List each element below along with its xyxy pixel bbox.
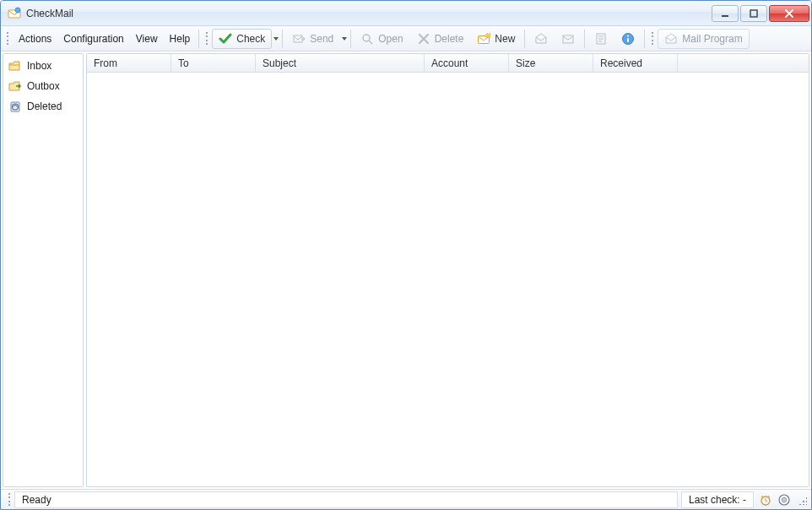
menubar: Actions Configuration View Help Check Se… [1,26,811,52]
separator [282,30,283,48]
mark-read-button[interactable] [528,29,555,49]
svg-point-11 [627,35,629,36]
send-icon [292,32,306,46]
send-label: Send [310,33,333,45]
mark-unread-button[interactable] [555,29,582,49]
delete-button[interactable]: Delete [410,29,471,49]
send-dropdown[interactable] [340,35,348,42]
col-account[interactable]: Account [425,54,509,72]
folder-label: Inbox [27,60,51,72]
app-title: CheckMail [26,8,73,19]
svg-rect-3 [750,10,757,17]
svg-rect-10 [627,38,629,42]
maximize-button[interactable] [740,5,767,22]
app-window: CheckMail Actions Configuration View Hel… [0,0,812,510]
statusbar: Ready Last check: - [1,489,811,509]
new-mail-icon [477,32,490,46]
separator [644,30,645,48]
outbox-icon [8,79,22,93]
message-list-body[interactable] [87,73,809,486]
check-dropdown[interactable] [272,35,279,42]
menu-view[interactable]: View [130,30,164,48]
status-icons [759,493,791,507]
folder-inbox[interactable]: Inbox [5,57,81,74]
new-button[interactable]: New [470,29,522,49]
sound-icon[interactable] [777,493,791,507]
menu-actions[interactable]: Actions [13,30,57,48]
folder-outbox[interactable]: Outbox [5,78,81,95]
resize-handle[interactable] [796,494,808,506]
col-received[interactable]: Received [593,54,678,72]
folder-label: Deleted [27,100,62,112]
svg-rect-4 [294,35,302,42]
window-controls [712,5,809,22]
new-label: New [495,33,515,45]
envelope-icon [561,32,575,46]
deleted-icon [8,100,22,113]
separator [584,30,585,48]
menu-help[interactable]: Help [164,30,197,48]
titlebar: CheckMail [1,1,811,26]
delete-icon [417,32,430,46]
check-label: Check [236,33,265,45]
col-size[interactable]: Size [509,54,593,72]
delete-label: Delete [435,33,464,45]
message-list: From To Subject Account Size Received [86,53,809,487]
app-icon [8,7,21,20]
folder-label: Outbox [27,80,60,92]
separator [350,30,351,48]
open-label: Open [378,33,403,45]
inbox-icon [8,59,22,73]
mail-program-label: Mail Program [682,33,742,45]
clock-icon[interactable] [759,493,772,507]
check-button[interactable]: Check [212,29,272,49]
menu-configuration[interactable]: Configuration [57,30,129,48]
info-button[interactable] [614,29,641,49]
info-icon [621,32,635,46]
svg-point-17 [783,499,785,501]
svg-point-1 [15,8,20,13]
separator [524,30,525,48]
statusbar-grip[interactable] [7,491,12,509]
mail-program-button[interactable]: Mail Program [658,29,749,49]
status-text: Ready [14,491,678,508]
toolbar-grip[interactable] [650,30,655,48]
log-icon [594,32,608,46]
separator [198,30,199,48]
envelope-open-icon [534,32,548,46]
col-subject[interactable]: Subject [256,54,425,72]
col-to[interactable]: To [171,54,256,72]
folder-deleted[interactable]: Deleted [5,98,81,115]
close-button[interactable] [769,5,809,22]
column-headers: From To Subject Account Size Received [87,54,809,73]
folder-sidebar: Inbox Outbox Deleted [3,53,84,487]
body: Inbox Outbox Deleted From To Subject Acc… [1,52,811,489]
col-from[interactable]: From [87,54,171,72]
mail-program-icon [664,32,678,46]
open-button[interactable]: Open [354,29,409,49]
log-button[interactable] [587,29,614,49]
open-icon [360,32,374,46]
svg-point-5 [363,35,370,41]
send-button[interactable]: Send [285,29,340,49]
check-icon [219,32,232,46]
col-spacer [678,54,809,72]
toolbar-grip[interactable] [5,30,10,48]
svg-rect-2 [722,15,728,17]
toolbar-grip[interactable] [204,30,209,48]
status-last-check: Last check: - [681,491,754,508]
minimize-button[interactable] [712,5,739,22]
